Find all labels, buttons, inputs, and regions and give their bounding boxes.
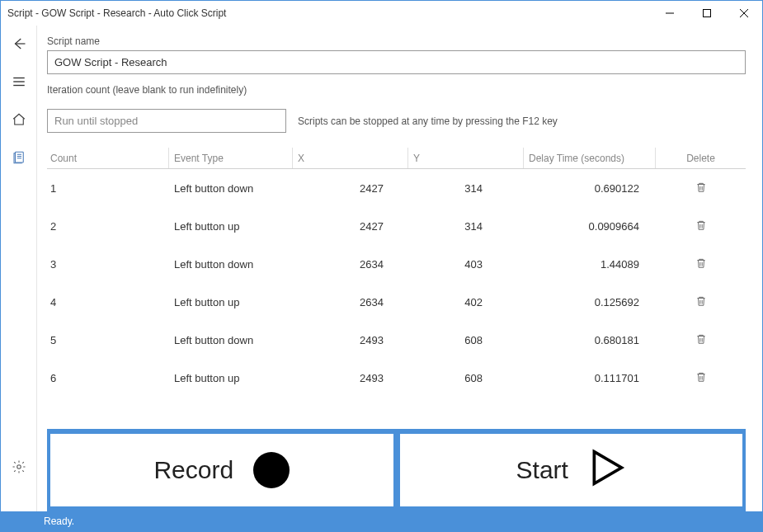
header-count[interactable]: Count <box>47 148 169 168</box>
titlebar: Script - GOW Script - Research - Auto Cl… <box>1 1 762 26</box>
scripts-button[interactable] <box>7 146 31 169</box>
cell-event-type: Left button down <box>169 258 293 271</box>
header-x[interactable]: X <box>293 148 408 168</box>
cell-delay: 0.680181 <box>524 334 656 346</box>
home-button[interactable] <box>7 108 31 131</box>
cell-event-type: Left button down <box>169 334 293 346</box>
close-button[interactable] <box>725 1 762 26</box>
delete-row-button[interactable] <box>695 295 707 307</box>
cell-delay: 0.0909664 <box>524 220 656 233</box>
cell-delay: 0.690122 <box>524 182 656 195</box>
cell-y: 314 <box>408 182 524 195</box>
delete-row-button[interactable] <box>695 371 707 383</box>
cell-delay: 0.125692 <box>524 296 656 308</box>
cell-x: 2493 <box>293 372 408 384</box>
status-text: Ready. <box>44 516 74 527</box>
table-row[interactable]: 2Left button up24273140.0909664 <box>47 207 746 245</box>
delete-row-button[interactable] <box>695 219 707 231</box>
cell-count: 2 <box>47 220 169 233</box>
action-bar: Record Start <box>47 429 746 511</box>
cell-x: 2427 <box>293 182 408 195</box>
svg-marker-25 <box>594 451 621 483</box>
svg-rect-8 <box>15 152 23 162</box>
cell-count: 3 <box>47 258 169 271</box>
cell-x: 2427 <box>293 220 408 233</box>
cell-count: 4 <box>47 296 169 308</box>
script-name-label: Script name <box>47 35 746 47</box>
window-controls <box>651 1 762 26</box>
cell-y: 608 <box>408 372 524 384</box>
window-title: Script - GOW Script - Research - Auto Cl… <box>7 7 651 19</box>
settings-button[interactable] <box>7 455 31 478</box>
record-label: Record <box>153 456 233 484</box>
header-y[interactable]: Y <box>408 148 524 168</box>
record-button[interactable]: Record <box>50 434 393 506</box>
statusbar: Ready. <box>1 511 762 531</box>
cell-event-type: Left button up <box>169 296 293 308</box>
cell-event-type: Left button up <box>169 220 293 233</box>
stop-hint: Scripts can be stopped at any time by pr… <box>298 115 558 127</box>
start-button[interactable]: Start <box>400 434 743 506</box>
table-row[interactable]: 6Left button up24936080.111701 <box>47 359 746 397</box>
cell-y: 403 <box>408 258 524 271</box>
iteration-count-label: Iteration count (leave blank to run inde… <box>47 84 746 96</box>
cell-count: 5 <box>47 334 169 346</box>
content-area: Script name Iteration count (leave blank… <box>37 26 762 511</box>
header-event-type[interactable]: Event Type <box>169 148 293 168</box>
header-delete: Delete <box>656 153 746 164</box>
delete-row-button[interactable] <box>695 181 707 193</box>
table-row[interactable]: 5Left button down24936080.680181 <box>47 321 746 359</box>
cell-x: 2634 <box>293 296 408 308</box>
cell-x: 2493 <box>293 334 408 346</box>
cell-x: 2634 <box>293 258 408 271</box>
table-row[interactable]: 3Left button down26344031.44089 <box>47 245 746 283</box>
script-name-input[interactable] <box>47 50 746 74</box>
cell-y: 402 <box>408 296 524 308</box>
play-icon <box>588 449 626 492</box>
delete-row-button[interactable] <box>695 257 707 269</box>
cell-delay: 1.44089 <box>524 258 656 271</box>
table-header: Count Event Type X Y Delay Time (seconds… <box>47 148 746 169</box>
cell-count: 6 <box>47 372 169 384</box>
table-row[interactable]: 1Left button down24273140.690122 <box>47 169 746 207</box>
cell-count: 1 <box>47 182 169 195</box>
svg-rect-1 <box>703 10 710 17</box>
cell-event-type: Left button up <box>169 372 293 384</box>
events-table: Count Event Type X Y Delay Time (seconds… <box>47 148 746 429</box>
table-row[interactable]: 4Left button up26344020.125692 <box>47 283 746 321</box>
cell-y: 314 <box>408 220 524 233</box>
cell-event-type: Left button down <box>169 182 293 195</box>
header-delay[interactable]: Delay Time (seconds) <box>524 148 656 168</box>
delete-row-button[interactable] <box>695 333 707 345</box>
minimize-button[interactable] <box>651 1 688 26</box>
cell-y: 608 <box>408 334 524 346</box>
svg-point-12 <box>16 465 21 469</box>
start-label: Start <box>516 456 568 484</box>
cell-delay: 0.111701 <box>524 372 656 384</box>
maximize-button[interactable] <box>688 1 725 26</box>
iteration-count-input[interactable] <box>47 109 286 133</box>
record-icon <box>253 452 290 488</box>
sidebar <box>1 26 37 511</box>
menu-button[interactable] <box>7 70 31 93</box>
back-button[interactable] <box>7 32 31 55</box>
